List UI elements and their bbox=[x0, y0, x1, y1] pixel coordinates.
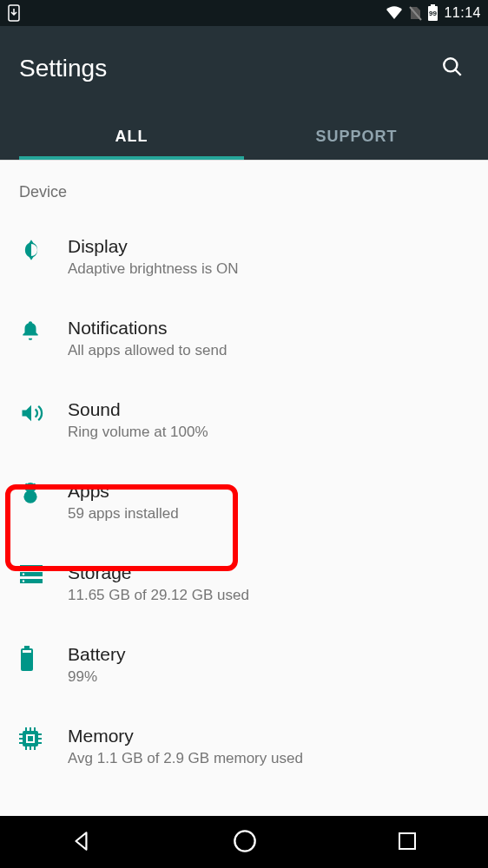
item-subtitle: 59 apps installed bbox=[68, 505, 469, 523]
settings-item-storage[interactable]: Storage 11.65 GB of 29.12 GB used bbox=[0, 545, 488, 627]
settings-list: Device Display Adaptive brightness is ON… bbox=[0, 160, 488, 816]
settings-item-notifications[interactable]: Notifications All apps allowed to send bbox=[0, 300, 488, 382]
svg-point-15 bbox=[23, 566, 24, 568]
svg-rect-3 bbox=[431, 4, 435, 6]
app-bar: Settings ALL SUPPORT bbox=[0, 26, 488, 160]
search-icon bbox=[441, 68, 464, 81]
status-bar: 99 11:14 bbox=[0, 0, 488, 26]
item-subtitle: 99% bbox=[68, 668, 469, 686]
no-sim-icon bbox=[408, 5, 422, 21]
sound-icon bbox=[19, 399, 68, 425]
section-header-device: Device bbox=[0, 161, 488, 219]
nav-back-button[interactable] bbox=[44, 821, 119, 864]
item-title: Display bbox=[68, 236, 469, 257]
battery-item-icon bbox=[19, 644, 68, 672]
svg-point-16 bbox=[23, 573, 24, 575]
svg-point-17 bbox=[23, 580, 24, 582]
svg-point-5 bbox=[444, 58, 457, 71]
wifi-icon bbox=[386, 6, 403, 20]
settings-item-sound[interactable]: Sound Ring volume at 100% bbox=[0, 382, 488, 464]
item-subtitle: Ring volume at 100% bbox=[68, 424, 469, 441]
tab-support[interactable]: SUPPORT bbox=[244, 115, 469, 160]
svg-rect-18 bbox=[24, 646, 30, 648]
item-title: Battery bbox=[68, 644, 469, 665]
item-title: Notifications bbox=[68, 318, 469, 339]
status-left bbox=[7, 4, 21, 22]
nav-recent-button[interactable] bbox=[371, 822, 444, 863]
tab-all[interactable]: ALL bbox=[19, 115, 244, 160]
svg-rect-23 bbox=[28, 736, 33, 741]
recent-icon bbox=[397, 831, 418, 854]
display-icon bbox=[19, 236, 68, 262]
notifications-icon bbox=[19, 318, 68, 342]
item-subtitle: Avg 1.1 GB of 2.9 GB memory used bbox=[68, 750, 469, 767]
battery-icon: 99 bbox=[427, 4, 439, 22]
tabs: ALL SUPPORT bbox=[19, 115, 469, 160]
item-title: Sound bbox=[68, 399, 469, 420]
nav-home-button[interactable] bbox=[207, 820, 283, 865]
settings-item-battery[interactable]: Battery 99% bbox=[0, 627, 488, 708]
svg-rect-20 bbox=[23, 650, 31, 653]
item-subtitle: All apps allowed to send bbox=[68, 342, 469, 359]
status-time: 11:14 bbox=[444, 5, 481, 21]
svg-line-6 bbox=[455, 69, 461, 76]
page-title: Settings bbox=[19, 55, 107, 82]
svg-point-7 bbox=[23, 490, 36, 503]
svg-rect-37 bbox=[399, 833, 415, 849]
back-icon bbox=[70, 830, 93, 855]
item-subtitle: Adaptive brightness is ON bbox=[68, 260, 469, 278]
storage-icon bbox=[19, 562, 68, 585]
apps-icon bbox=[19, 481, 68, 505]
item-title: Memory bbox=[68, 726, 469, 746]
phone-frame: 99 11:14 Settings ALL SUPPORT Device bbox=[0, 0, 488, 868]
item-title: Storage bbox=[68, 562, 469, 583]
search-button[interactable] bbox=[436, 50, 469, 86]
settings-item-memory[interactable]: Memory Avg 1.1 GB of 2.9 GB memory used bbox=[0, 708, 488, 790]
navigation-bar bbox=[0, 816, 488, 868]
home-icon bbox=[233, 829, 257, 856]
item-subtitle: 11.65 GB of 29.12 GB used bbox=[68, 587, 469, 604]
status-right: 99 11:14 bbox=[386, 4, 481, 22]
svg-point-36 bbox=[234, 831, 254, 851]
settings-item-apps[interactable]: Apps 59 apps installed bbox=[0, 464, 488, 545]
download-icon bbox=[7, 4, 21, 22]
item-title: Apps bbox=[68, 481, 469, 502]
settings-item-display[interactable]: Display Adaptive brightness is ON bbox=[0, 219, 488, 300]
memory-icon bbox=[19, 726, 68, 750]
svg-text:99: 99 bbox=[430, 10, 438, 17]
